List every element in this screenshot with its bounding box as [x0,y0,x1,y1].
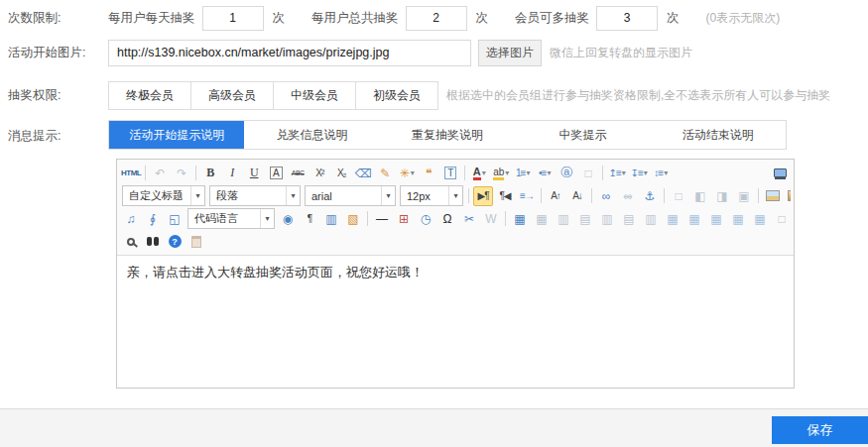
merge-right-icon[interactable]: ▦ [684,209,704,229]
redo-icon[interactable]: ↷ [172,164,191,183]
link-icon[interactable]: ∞ [596,186,616,206]
preview-icon[interactable] [121,232,141,252]
row-spacing-top-icon[interactable]: ↥≡▾ [607,164,627,183]
charts-icon[interactable]: □ [772,209,791,229]
ordered-list-icon[interactable]: 1≡▾ [513,164,533,183]
chevron-down-icon: ▾ [482,168,486,177]
clear-doc-icon[interactable]: □ [578,164,598,183]
horizontal-rule-icon[interactable]: — [372,209,392,229]
limit-count-input[interactable] [202,6,264,31]
delete-table-icon[interactable]: ▦ [532,209,552,229]
limits-label: 次数限制: [0,10,108,27]
toolbar-separator [195,166,196,180]
paragraph-select[interactable]: 段落▾ [209,185,301,206]
limit-field-label: 每用户总共抽奖 [311,10,399,27]
subscript-icon[interactable]: X₂ [331,164,351,183]
image-url-input[interactable] [108,40,471,66]
tab-activity-end-note[interactable]: 活动结束说明 [651,121,786,149]
to-lowercase-icon[interactable]: A↓ [567,186,587,206]
font-color-icon[interactable]: A▾ [469,164,489,183]
delete-col-icon[interactable]: ▥ [641,209,661,229]
toolbar-row: ♫∮◱代码语言▾◉¶▥▧—⊞◷Ω✂W▦▦▥▤▥▤▥▦▦▦▦▦□ [120,207,791,230]
image-align-center-icon[interactable]: ▣ [734,186,754,206]
custom-title-select[interactable]: 自定义标题▾ [122,185,205,206]
split-rows-icon[interactable]: ▦ [750,209,770,229]
to-uppercase-icon[interactable]: A↑ [546,186,565,206]
help-icon[interactable]: ? [165,232,185,252]
member-group-button[interactable]: 终极会员 [108,81,191,110]
select-all-icon[interactable]: ⓐ [557,164,576,183]
anchor-icon[interactable]: ⚓ [640,186,660,206]
toolbar-separator [591,188,592,203]
template-icon[interactable]: ▥ [321,209,341,229]
tab-repeat-draw-note[interactable]: 重复抽奖说明 [380,121,515,149]
line-height-icon[interactable]: ↕≡▾ [651,164,671,183]
tab-redeem-info-note[interactable]: 兑奖信息说明 [244,121,379,149]
font-size-select[interactable]: 12px▾ [400,185,463,206]
limit-count-input[interactable] [596,6,658,31]
image-manager-icon[interactable] [785,186,791,206]
undo-icon[interactable]: ↶ [150,164,170,183]
unordered-list-icon[interactable]: •≡▾ [535,164,555,183]
image-align-left-icon[interactable]: ◧ [690,186,710,206]
insert-row-icon[interactable]: ▤ [575,209,595,229]
format-brush-icon[interactable]: ✎ [375,164,395,183]
underline-icon[interactable]: U [244,164,264,183]
limit-count-input[interactable] [406,6,467,31]
search-replace-icon[interactable] [143,232,163,252]
merge-cells-icon[interactable]: ▦ [663,209,682,229]
attachment-icon[interactable]: ∮ [143,209,163,229]
strikethrough-icon[interactable]: ABC [288,164,308,183]
paste-text-icon[interactable]: T [440,164,460,183]
blockquote-icon[interactable]: ❝ [419,164,438,183]
save-button[interactable]: 保存 [772,416,868,444]
background-icon[interactable]: ▧ [343,209,363,229]
member-group-button[interactable]: 初级会员 [355,81,438,110]
code-language-select[interactable]: 代码语言▾ [187,208,275,229]
page-break-icon[interactable]: ¶ [300,209,319,229]
fullscreen-icon[interactable] [770,164,790,183]
split-cells-icon[interactable]: ▦ [728,209,748,229]
indent-icon[interactable]: ≡→ [517,186,537,206]
font-family-select[interactable]: arial▾ [305,185,396,206]
toolbar-row: 自定义标题▾段落▾arial▾12px▾▶¶¶◀≡→A↑A↓∞∞⚓□◧◨▣☺✾ [120,184,791,207]
insert-code-icon[interactable]: ◉ [278,209,298,229]
html-source-icon[interactable]: HTML [121,164,141,183]
delete-row-icon[interactable]: ▤ [619,209,639,229]
bold-icon[interactable]: B [200,164,220,183]
back-color-icon[interactable]: ab▾ [491,164,511,183]
insert-frame-icon[interactable]: ◱ [165,209,185,229]
word-image-icon[interactable]: W [481,209,501,229]
toolbar-separator [367,211,368,226]
insert-table-icon[interactable]: ▦ [510,209,530,229]
snapscreen-icon[interactable]: ✂ [459,209,479,229]
font-border-icon[interactable]: A [266,164,286,183]
insert-image-icon[interactable] [763,186,783,206]
paste-icon[interactable] [186,232,206,252]
time-icon[interactable]: ◷ [416,209,435,229]
italic-icon[interactable]: I [222,164,242,183]
tab-activity-start-note[interactable]: 活动开始提示说明 [109,121,244,149]
editor-content[interactable]: 亲，请点击进入大转盘抽奖活动页面，祝您好运哦！ [117,256,794,388]
tab-winning-prompt[interactable]: 中奖提示 [515,121,650,149]
row-spacing-bottom-icon[interactable]: ↧≡▾ [629,164,649,183]
table-title-icon[interactable]: ▥ [554,209,573,229]
member-group-button[interactable]: 中级会员 [273,81,356,110]
remove-format-icon[interactable]: ⌫ [353,164,373,183]
toolbar-separator [602,166,603,180]
image-align-right-icon[interactable]: ◨ [712,186,732,206]
music-icon[interactable]: ♫ [121,209,141,229]
insert-col-icon[interactable]: ▥ [597,209,617,229]
direction-rtl-icon[interactable]: ¶◀ [495,186,515,206]
date-icon[interactable]: ⊞ [394,209,414,229]
limits-row: 次数限制: 每用户每天抽奖次每用户总共抽奖次会员可多抽奖次 (0表示无限次) [0,0,868,30]
member-group-button[interactable]: 高级会员 [190,81,274,110]
unlink-icon[interactable]: ∞ [618,186,638,206]
merge-down-icon[interactable]: ▦ [706,209,726,229]
superscript-icon[interactable]: X² [310,164,329,183]
special-chars-icon[interactable]: Ω [437,209,457,229]
pick-image-button[interactable]: 选择图片 [478,40,542,66]
direction-ltr-icon[interactable]: ▶¶ [473,186,493,206]
auto-typeset-icon[interactable]: ✳▾ [397,164,417,183]
image-align-none-icon[interactable]: □ [669,186,688,206]
